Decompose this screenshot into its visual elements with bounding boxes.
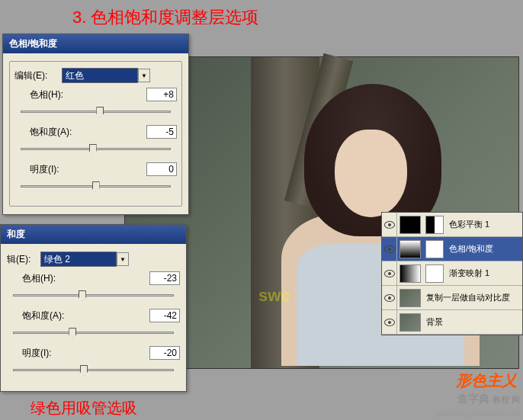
layer-name-label[interactable]: 色相/饱和度 bbox=[446, 243, 522, 255]
edit-select[interactable]: 红色 ▼ bbox=[62, 68, 150, 83]
dialog-titlebar[interactable]: 色相/饱和度 bbox=[3, 34, 188, 53]
hue-input[interactable] bbox=[146, 88, 177, 101]
chevron-down-icon[interactable]: ▼ bbox=[138, 69, 150, 82]
eye-icon bbox=[384, 270, 395, 277]
visibility-toggle[interactable] bbox=[382, 237, 397, 261]
edit-select[interactable]: 绿色 2 ▼ bbox=[40, 252, 129, 267]
annotation-step-title: 3. 色相饱和度调整层选项 bbox=[72, 6, 258, 29]
lightness-label: 明度(I): bbox=[30, 163, 59, 176]
layer-thumbnail[interactable] bbox=[399, 216, 421, 234]
lightness-label: 明度(I): bbox=[22, 347, 52, 360]
eye-icon bbox=[384, 245, 395, 253]
slider-thumb[interactable] bbox=[92, 181, 100, 192]
watermark-xingsezhuyi: 形色主乂 bbox=[456, 370, 517, 391]
layer-row[interactable]: 色相/饱和度 bbox=[382, 237, 522, 261]
layer-row[interactable]: 复制一层做自动对比度 bbox=[382, 286, 522, 310]
layer-row[interactable]: 渐变映射 1 bbox=[382, 261, 522, 286]
visibility-toggle[interactable] bbox=[382, 286, 397, 310]
hue-label: 色相(H): bbox=[30, 88, 63, 101]
hue-saturation-dialog-1: 色相/饱和度 编辑(E): 红色 ▼ 色相(H): bbox=[2, 34, 189, 215]
annotation-eyedropper-note: 绿色用吸管选吸 bbox=[30, 398, 137, 418]
layer-thumbnail[interactable] bbox=[399, 313, 421, 332]
layer-thumbnail[interactable] bbox=[399, 265, 421, 283]
hue-input[interactable] bbox=[149, 271, 180, 285]
layer-name-label[interactable]: 复制一层做自动对比度 bbox=[423, 292, 522, 303]
hue-slider[interactable] bbox=[7, 287, 180, 303]
edit-select-value: 绿色 2 bbox=[44, 253, 70, 266]
slider-thumb[interactable] bbox=[69, 328, 76, 338]
slider-thumb[interactable] bbox=[79, 290, 86, 301]
slider-thumb[interactable] bbox=[89, 144, 97, 155]
slider-thumb[interactable] bbox=[80, 365, 88, 376]
saturation-label: 饱和度(A): bbox=[30, 126, 72, 139]
hue-label: 色相(H): bbox=[22, 272, 56, 285]
saturation-input[interactable] bbox=[149, 309, 180, 322]
saturation-label: 饱和度(A): bbox=[22, 309, 64, 322]
hue-slider[interactable] bbox=[14, 104, 177, 119]
saturation-input[interactable] bbox=[146, 125, 177, 139]
watermark-chazidian: 查字典 教程 网 jiaocheng.chazidian.com bbox=[436, 393, 520, 418]
hue-saturation-dialog-2: 和度 辑(E): 绿色 2 ▼ 色相(H): 饱和度(A): bbox=[0, 224, 187, 392]
chevron-down-icon[interactable]: ▼ bbox=[117, 252, 129, 266]
layer-name-label[interactable]: 背景 bbox=[423, 316, 522, 328]
layer-row[interactable]: 色彩平衡 1 bbox=[382, 213, 522, 237]
dialog-titlebar[interactable]: 和度 bbox=[1, 225, 186, 244]
lightness-slider[interactable] bbox=[7, 362, 180, 377]
layer-thumbnail[interactable] bbox=[399, 289, 421, 307]
lightness-input[interactable] bbox=[149, 346, 180, 360]
edit-select-value: 红色 bbox=[66, 69, 84, 82]
layer-mask-thumbnail[interactable] bbox=[425, 240, 444, 258]
visibility-toggle[interactable] bbox=[382, 213, 397, 237]
layer-thumbnail[interactable] bbox=[399, 240, 421, 258]
layer-mask-thumbnail[interactable] bbox=[425, 216, 444, 234]
lightness-slider[interactable] bbox=[14, 178, 177, 194]
eye-icon bbox=[384, 221, 395, 229]
visibility-toggle[interactable] bbox=[382, 261, 397, 286]
saturation-slider[interactable] bbox=[14, 141, 177, 156]
lightness-input[interactable] bbox=[146, 162, 177, 176]
layer-name-label[interactable]: 渐变映射 1 bbox=[446, 268, 522, 279]
layer-mask-thumbnail[interactable] bbox=[425, 265, 444, 283]
visibility-toggle[interactable] bbox=[382, 310, 397, 335]
edit-label: 编辑(E): bbox=[14, 69, 59, 82]
eye-icon bbox=[384, 294, 395, 302]
slider-thumb[interactable] bbox=[96, 107, 104, 117]
layer-row[interactable]: 背景 bbox=[382, 310, 522, 335]
layer-name-label[interactable]: 色彩平衡 1 bbox=[446, 219, 522, 230]
saturation-slider[interactable] bbox=[7, 325, 180, 340]
layers-panel: 色彩平衡 1色相/饱和度渐变映射 1复制一层做自动对比度背景 bbox=[381, 212, 523, 335]
edit-label: 辑(E): bbox=[7, 253, 37, 266]
eye-icon bbox=[384, 319, 395, 326]
